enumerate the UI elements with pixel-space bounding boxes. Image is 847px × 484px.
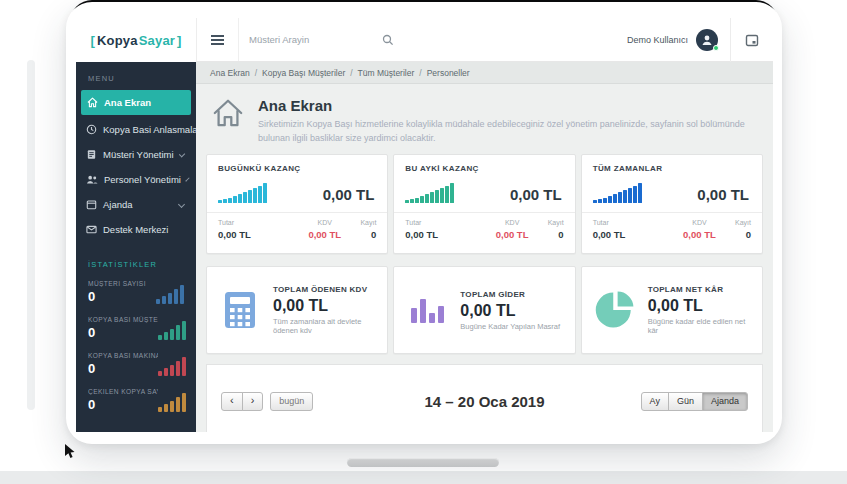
calendar-view-ajanda-button[interactable]: Ajanda bbox=[702, 392, 748, 411]
sidebar-item-label: Ajanda bbox=[103, 199, 133, 210]
card-bu-ayki-kazanc: BU AYKİ KAZANÇ 0,00 TL Tutar 0,00 bbox=[393, 154, 575, 254]
device-stand bbox=[347, 458, 499, 467]
page: [ Kopya Sayar ] bbox=[0, 0, 847, 484]
app-body: MENU Ana Ekran Kopya Basi Anlasmalar bbox=[76, 62, 773, 432]
calendar-icon bbox=[86, 199, 97, 210]
mouse-cursor bbox=[64, 444, 76, 460]
kdv-label: KDV bbox=[664, 219, 735, 226]
sidebar-menu-heading: MENU bbox=[76, 62, 196, 90]
app-logo[interactable]: [ Kopya Sayar ] bbox=[76, 18, 196, 62]
stat-value: 0 bbox=[88, 361, 158, 376]
calendar-view-gun-button[interactable]: Gün bbox=[668, 392, 703, 411]
card-title: BU AYKİ KAZANÇ bbox=[394, 155, 574, 173]
search-icon[interactable] bbox=[382, 34, 394, 46]
breadcrumb-item[interactable]: Personeller bbox=[427, 68, 470, 78]
header-calendar-button[interactable] bbox=[731, 33, 773, 47]
sidebar-item-destek-merkezi[interactable]: Destek Merkezi bbox=[76, 217, 196, 242]
bottom-strip bbox=[0, 471, 847, 484]
device-frame: [ Kopya Sayar ] bbox=[66, 2, 782, 444]
sidebar-item-label: Destek Merkezi bbox=[103, 224, 168, 235]
tutar-value: 0,00 TL bbox=[593, 229, 664, 240]
card-title: BUGÜNKÜ KAZANÇ bbox=[207, 155, 387, 173]
sidebar-item-ajanda[interactable]: Ajanda bbox=[76, 192, 196, 217]
calendar-card: 14 – 20 Oca 2019 ‹ › bugün Ay Gün Ajanda bbox=[206, 364, 763, 432]
breadcrumb-item[interactable]: Tüm Müşteriler bbox=[358, 68, 415, 78]
card-title: TOPLAM NET KÂR bbox=[648, 285, 750, 294]
app-window: [ Kopya Sayar ] bbox=[76, 18, 773, 432]
calendar-view-ay-button[interactable]: Ay bbox=[641, 392, 669, 411]
summary-cards-row: TOPLAM ÖDENEN KDV 0,00 TL Tüm zamanlara … bbox=[196, 266, 773, 354]
clock-icon bbox=[86, 124, 97, 135]
logo-text-secondary: Sayar bbox=[139, 33, 175, 48]
stat-label: MÜŞTERİ SAYISI bbox=[88, 280, 146, 287]
stat-label: ÇEKİLEN KOPYA SAYİSİ bbox=[88, 388, 158, 395]
kayit-label: Kayıt bbox=[735, 219, 751, 226]
mini-bar-chart-icon bbox=[158, 320, 186, 340]
kayit-value: 0 bbox=[735, 229, 751, 240]
card-toplam-odenen-kdv: TOPLAM ÖDENEN KDV 0,00 TL Tüm zamanlara … bbox=[206, 266, 388, 354]
home-icon bbox=[87, 97, 98, 108]
stat-musteri-sayisi: MÜŞTERİ SAYISI 0 bbox=[76, 276, 196, 312]
card-title: TOPLAM ÖDENEN KDV bbox=[273, 285, 375, 294]
kdv-value: 0,00 TL bbox=[664, 229, 735, 240]
stat-kopya-basi-makina-sayisi: KOPYA BASİ MAKİNA SAYİSİ 0 bbox=[76, 348, 196, 384]
card-value: 0,00 TL bbox=[648, 297, 750, 315]
card-subtitle: Bügüne kadar elde edilen net kâr bbox=[648, 317, 750, 335]
chevron-left-icon: ‹ bbox=[230, 395, 234, 408]
menu-toggle-button[interactable] bbox=[197, 18, 239, 61]
chevron-down-icon bbox=[185, 177, 189, 181]
card-subtitle: Tüm zamanlara ait devlete ödenen kdv bbox=[273, 317, 375, 335]
breadcrumb: Ana Ekran / Kopya Başı Müşteriler / Tüm … bbox=[196, 62, 773, 84]
sparkline-chart bbox=[405, 181, 454, 203]
sidebar-item-personel-yonetimi[interactable]: Personel Yönetimi bbox=[76, 167, 196, 192]
card-value: 0,00 TL bbox=[510, 186, 562, 203]
stat-value: 0 bbox=[88, 325, 158, 340]
mini-bar-chart-icon bbox=[158, 356, 186, 376]
sidebar: MENU Ana Ekran Kopya Basi Anlasmalar bbox=[76, 62, 196, 432]
calendar-next-button[interactable]: › bbox=[242, 392, 264, 411]
tutar-label: Tutar bbox=[218, 219, 289, 226]
breadcrumb-item[interactable]: Kopya Başı Müşteriler bbox=[262, 68, 345, 78]
stat-kopya-basi-musteri-sayisi: KOPYA BASİ MÜŞTERİ SAYİSİ 0 bbox=[76, 312, 196, 348]
calculator-icon bbox=[224, 291, 256, 329]
breadcrumb-item[interactable]: Ana Ekran bbox=[210, 68, 250, 78]
calendar-toolbar: 14 – 20 Oca 2019 ‹ › bugün Ay Gün Ajanda bbox=[207, 391, 762, 411]
breadcrumb-separator: / bbox=[419, 68, 421, 78]
main-content: Ana Ekran / Kopya Başı Müşteriler / Tüm … bbox=[196, 62, 773, 432]
card-value: 0,00 TL bbox=[273, 297, 375, 315]
sparkline-chart bbox=[593, 181, 642, 203]
search-input[interactable] bbox=[249, 34, 382, 45]
sidebar-item-kopya-basi-anlasmalar[interactable]: Kopya Basi Anlasmalar bbox=[76, 117, 196, 142]
logo-text-primary: Kopya bbox=[97, 33, 138, 48]
tutar-value: 0,00 TL bbox=[218, 229, 289, 240]
card-title: TOPLAM GİDER bbox=[460, 290, 560, 299]
pie-chart-icon bbox=[594, 289, 636, 331]
kayit-label: Kayıt bbox=[548, 219, 564, 226]
card-value: 0,00 TL bbox=[323, 186, 375, 203]
user-menu[interactable]: Demo Kullanıcı bbox=[627, 29, 730, 51]
page-title: Ana Ekran bbox=[258, 97, 757, 114]
mini-bar-chart-icon bbox=[156, 284, 184, 304]
stat-value: 0 bbox=[88, 397, 158, 412]
kdv-value: 0,00 TL bbox=[477, 229, 548, 240]
stat-cekilen-kopya-sayisi: ÇEKİLEN KOPYA SAYİSİ 0 bbox=[76, 384, 196, 420]
hamburger-icon bbox=[211, 39, 224, 41]
app-header: [ Kopya Sayar ] bbox=[76, 18, 773, 62]
sidebar-item-musteri-yonetimi[interactable]: Müsteri Yönetimi bbox=[76, 142, 196, 167]
logo-bracket-open: [ bbox=[90, 33, 95, 48]
sidebar-item-ana-ekran[interactable]: Ana Ekran bbox=[81, 90, 191, 115]
card-toplam-net-kar: TOPLAM NET KÂR 0,00 TL Bügüne kadar elde… bbox=[581, 266, 763, 354]
calendar-nav-group: ‹ › bbox=[221, 392, 263, 411]
home-icon bbox=[212, 97, 244, 129]
stat-value: 0 bbox=[88, 289, 146, 304]
calendar-prev-button[interactable]: ‹ bbox=[221, 392, 243, 411]
sparkline-chart bbox=[218, 181, 267, 203]
kdv-label: KDV bbox=[477, 219, 548, 226]
kayit-value: 0 bbox=[548, 229, 564, 240]
calendar-view-group: Ay Gün Ajanda bbox=[641, 392, 748, 411]
tutar-value: 0,00 TL bbox=[405, 229, 476, 240]
document-icon bbox=[86, 149, 97, 160]
calendar-today-button[interactable]: bugün bbox=[270, 392, 313, 411]
avatar bbox=[696, 29, 718, 51]
kdv-value: 0,00 TL bbox=[289, 229, 360, 240]
